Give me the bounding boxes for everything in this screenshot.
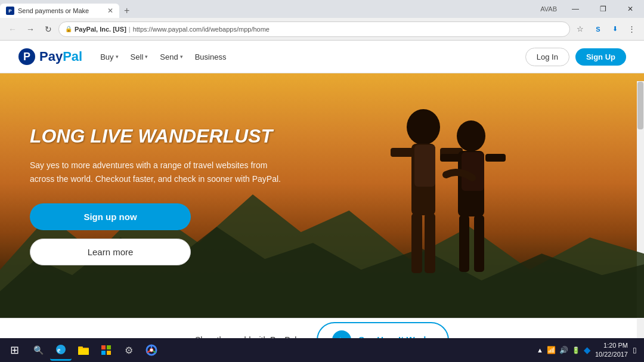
hero-title: LONG LIVE WANDERLUST — [30, 126, 292, 147]
svg-rect-23 — [101, 345, 106, 349]
hero-learn-more-button[interactable]: Learn more — [30, 239, 191, 265]
tray-dropbox-icon: ◆ — [584, 345, 590, 355]
taskbar-app-folder[interactable] — [73, 339, 94, 361]
svg-rect-17 — [474, 215, 484, 272]
download-button[interactable]: ⬇ — [607, 21, 623, 37]
tray-volume-icon: 🔊 — [559, 346, 568, 354]
svg-text:P: P — [23, 51, 30, 63]
url-separator: | — [129, 26, 131, 33]
svg-rect-22 — [78, 346, 83, 349]
header-signup-button[interactable]: Sign Up — [575, 48, 626, 66]
svg-rect-7 — [391, 148, 413, 157]
minimize-button[interactable]: — — [562, 0, 589, 18]
lock-icon: 🔒 — [65, 26, 72, 32]
svg-rect-10 — [425, 214, 435, 273]
svg-rect-26 — [107, 351, 111, 355]
extension-area: AVAB — [535, 5, 562, 13]
svg-rect-15 — [485, 154, 506, 162]
svg-rect-6 — [414, 145, 435, 187]
login-button[interactable]: Log In — [525, 48, 569, 66]
main-nav: Buy ▾ Sell ▾ Send ▾ Business — [100, 52, 226, 61]
taskbar-app-windows[interactable] — [95, 339, 117, 361]
show-desktop-button[interactable]: ▯ — [633, 346, 637, 354]
tab-title: Send payments or Make — [18, 7, 104, 14]
taskbar-apps: e ⚙ — [50, 339, 162, 361]
address-bar[interactable]: 🔒 PayPal, Inc. [US] | https://www.paypal… — [58, 21, 570, 37]
svg-rect-21 — [78, 349, 89, 355]
tab-close-button[interactable]: ✕ — [107, 7, 113, 15]
taskbar-app-ie[interactable]: e — [50, 339, 72, 361]
taskbar-app-settings[interactable]: ⚙ — [118, 339, 140, 361]
hero-content: LONG LIVE WANDERLUST Say yes to more adv… — [0, 73, 322, 318]
scroll-thumb[interactable] — [637, 82, 643, 129]
nav-buy[interactable]: Buy ▾ — [100, 52, 118, 61]
svg-text:e: e — [57, 346, 61, 354]
svg-point-28 — [150, 348, 153, 352]
taskbar-right: ▲ 📶 🔊 🔋 ◆ 1:20 PM 10/22/2017 ▯ — [537, 341, 642, 360]
nav-business[interactable]: Business — [195, 52, 227, 61]
bookmark-button[interactable]: ☆ — [572, 21, 588, 37]
more-button[interactable]: ⋮ — [624, 21, 639, 37]
svg-rect-25 — [101, 351, 106, 355]
paypal-text: PayPal — [39, 49, 82, 64]
maximize-button[interactable]: ❒ — [589, 0, 617, 18]
send-arrow-icon: ▾ — [180, 54, 183, 60]
svg-rect-24 — [107, 345, 111, 349]
paypal-logo[interactable]: P PayPal — [18, 48, 82, 66]
nav-send[interactable]: Send ▾ — [160, 52, 182, 61]
tray-network-icon: 📶 — [547, 346, 556, 354]
search-button[interactable]: 🔍 — [27, 339, 49, 361]
back-button[interactable]: ← — [5, 21, 20, 37]
svg-point-4 — [407, 109, 440, 145]
taskbar-app-chrome[interactable] — [141, 339, 162, 361]
paypal-logo-icon: P — [18, 48, 36, 66]
extensions-button[interactable]: S — [590, 21, 606, 37]
hero-section: LONG LIVE WANDERLUST Say yes to more adv… — [0, 73, 644, 318]
hero-subtitle: Say yes to more adventures with a range … — [30, 159, 286, 185]
forward-button[interactable]: → — [23, 21, 38, 37]
taskbar-time-display: 1:20 PM — [595, 341, 628, 350]
close-button[interactable]: ✕ — [617, 0, 644, 18]
svg-rect-9 — [411, 214, 422, 273]
taskbar-date-display: 10/22/2017 — [595, 350, 628, 359]
windows-taskbar: 🔍 e — [0, 338, 644, 362]
active-tab[interactable]: P Send payments or Make ✕ — [0, 4, 119, 18]
nav-sell[interactable]: Sell ▾ — [131, 52, 148, 61]
hero-signup-button[interactable]: Sign up now — [30, 203, 191, 230]
url-text: https://www.paypal.com/id/webapps/mpp/ho… — [133, 26, 270, 33]
tab-favicon: P — [6, 7, 14, 15]
buy-arrow-icon: ▾ — [116, 54, 119, 60]
site-name: PayPal, Inc. [US] — [75, 26, 126, 33]
hero-people-image — [298, 91, 596, 318]
tray-battery-icon: 🔋 — [572, 346, 580, 354]
svg-rect-14 — [440, 154, 460, 162]
site-header: P PayPal Buy ▾ Sell ▾ Send ▾ — [0, 41, 644, 73]
system-tray-caret[interactable]: ▲ — [537, 346, 543, 354]
svg-rect-16 — [459, 215, 469, 272]
refresh-button[interactable]: ↻ — [41, 21, 56, 37]
start-button[interactable] — [2, 339, 26, 361]
new-tab-button[interactable]: + — [119, 4, 134, 18]
sell-arrow-icon: ▾ — [145, 54, 148, 60]
svg-point-11 — [457, 120, 485, 151]
taskbar-clock[interactable]: 1:20 PM 10/22/2017 — [595, 341, 628, 360]
